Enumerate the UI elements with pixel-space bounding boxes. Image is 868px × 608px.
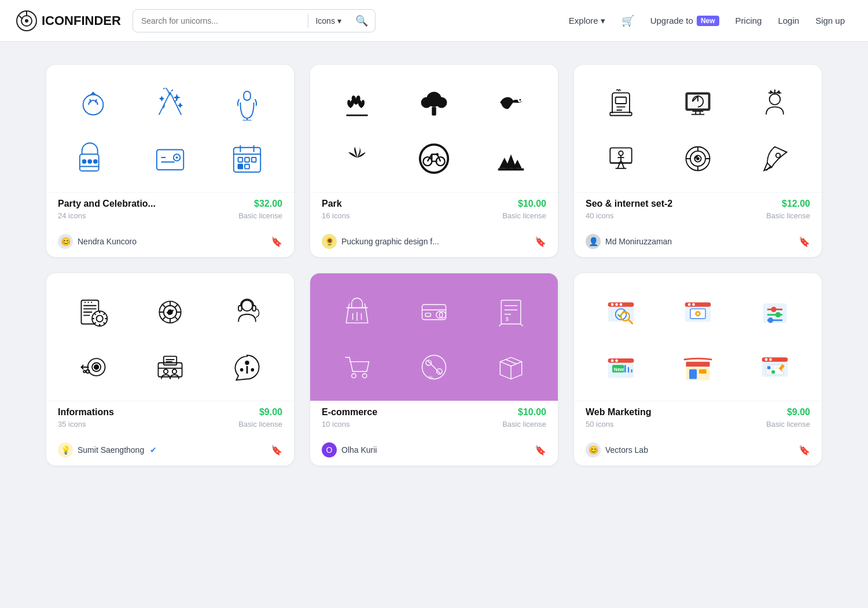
author-avatar: 💡 [58, 442, 73, 457]
svg-point-23 [436, 97, 447, 108]
icon-cell [226, 138, 268, 180]
svg-point-88 [363, 373, 367, 378]
svg-rect-123 [689, 369, 697, 379]
search-type-button[interactable]: Icons ▾ [308, 16, 348, 25]
card-icons-informations [46, 273, 294, 401]
logo[interactable]: ICONFINDER [16, 10, 121, 31]
bookmark-icon[interactable]: 🔖 [799, 236, 810, 247]
bookmark-icon[interactable]: 🔖 [535, 236, 546, 247]
svg-rect-131 [767, 366, 771, 369]
card-park[interactable]: Park $10.00 16 icons Basic license 🌻 Puc… [310, 65, 558, 257]
card-price: $10.00 [518, 199, 546, 209]
pricing-link[interactable]: Pricing [729, 11, 769, 30]
signup-link[interactable]: Sign up [808, 11, 852, 30]
pricing-label: Pricing [735, 16, 762, 25]
card-informations[interactable]: Informations $9.00 35 icons Basic licens… [46, 273, 294, 466]
icon-cell [490, 138, 532, 180]
author-link-ecommerce[interactable]: O Olha Kurii [322, 442, 377, 457]
card-seo[interactable]: Seo & internet set-2 $12.00 40 icons Bas… [574, 65, 822, 257]
card-title: Seo & internet set-2 [586, 199, 672, 209]
bookmark-icon[interactable]: 🔖 [271, 236, 282, 247]
author-link-webmarketing[interactable]: 😊 Vectors Lab [586, 442, 648, 457]
svg-text:New: New [614, 366, 624, 372]
card-title: Informations [58, 407, 114, 417]
bookmark-icon[interactable]: 🔖 [535, 445, 546, 456]
card-footer-party: 😊 Nendra Kuncoro 🔖 [46, 228, 294, 257]
icon-cell [336, 138, 378, 180]
svg-rect-57 [252, 305, 256, 310]
icon-cell [677, 138, 719, 180]
svg-point-118 [616, 359, 619, 362]
svg-rect-133 [776, 366, 779, 369]
svg-point-31 [436, 153, 439, 156]
card-count: 35 icons [58, 420, 86, 428]
search-input[interactable] [133, 16, 308, 25]
login-label: Login [778, 16, 799, 25]
upgrade-label: Upgrade to [650, 16, 693, 25]
chevron-down-icon: ▾ [601, 16, 605, 26]
svg-rect-82 [501, 300, 521, 324]
svg-point-112 [771, 306, 776, 312]
card-footer-park: 🌻 Puckung graphic design f... 🔖 [310, 228, 558, 257]
card-icons-seo [574, 65, 822, 192]
search-submit-button[interactable]: 🔍 [348, 14, 375, 27]
header: ICONFINDER Icons ▾ 🔍 Explore ▾ 🛒 Upgrade… [0, 0, 868, 42]
card-count: 40 icons [586, 211, 613, 220]
login-link[interactable]: Login [771, 11, 806, 30]
icon-sets-grid: Party and Celebratio... $32.00 24 icons … [46, 65, 822, 466]
card-webmarketing[interactable]: New [574, 273, 822, 466]
upgrade-button[interactable]: Upgrade to New [643, 11, 726, 31]
card-info-ecommerce: E-commerce $10.00 10 icons Basic license [310, 401, 558, 437]
icon-cell [149, 83, 191, 124]
cart-button[interactable]: 🛒 [615, 10, 641, 32]
icon-cell [600, 83, 642, 124]
svg-point-71 [240, 368, 242, 371]
card-title: Park [322, 199, 342, 209]
card-count: 50 icons [586, 420, 613, 428]
bookmark-icon[interactable]: 🔖 [271, 445, 282, 456]
author-link-park[interactable]: 🌻 Puckung graphic design f... [322, 234, 439, 249]
svg-rect-34 [616, 97, 627, 103]
card-ecommerce[interactable]: $ [310, 273, 558, 466]
svg-point-2 [25, 19, 28, 23]
author-name: Olha Kurii [341, 445, 377, 455]
card-icons-webmarketing: New [574, 273, 822, 401]
svg-rect-19 [245, 164, 249, 169]
verified-badge: ✔ [150, 445, 157, 455]
author-link-seo[interactable]: 👤 Md Moniruzzaman [586, 234, 672, 249]
svg-point-43 [619, 151, 623, 155]
icon-cell [754, 138, 796, 180]
svg-rect-79 [425, 313, 431, 316]
author-link-informations[interactable]: 💡 Sumit Saengthong ✔ [58, 442, 157, 457]
svg-point-98 [620, 303, 623, 306]
svg-rect-134 [767, 370, 771, 373]
card-party[interactable]: Party and Celebratio... $32.00 24 icons … [46, 65, 294, 257]
icon-cell [149, 138, 191, 180]
card-count: 16 icons [322, 211, 350, 220]
svg-point-97 [616, 303, 619, 306]
svg-point-72 [251, 368, 253, 371]
card-license: Basic license [238, 211, 282, 220]
main-content: Party and Celebratio... $32.00 24 icons … [0, 42, 868, 489]
card-count: 10 icons [322, 420, 350, 428]
svg-text:%: % [429, 374, 433, 380]
icon-cell [226, 291, 268, 333]
svg-point-114 [768, 317, 773, 323]
svg-point-87 [352, 373, 356, 378]
svg-point-90 [426, 360, 431, 365]
card-price: $32.00 [254, 199, 282, 209]
svg-rect-32 [498, 168, 524, 170]
svg-point-12 [94, 159, 97, 163]
bookmark-icon[interactable]: 🔖 [799, 445, 810, 456]
explore-button[interactable]: Explore ▾ [562, 11, 612, 31]
icon-cell [72, 83, 114, 124]
card-license: Basic license [766, 211, 810, 220]
author-name: Md Moniruzzaman [605, 237, 672, 246]
author-link-party[interactable]: 😊 Nendra Kuncoro [58, 234, 137, 249]
author-name: Sumit Saengthong [78, 445, 144, 455]
svg-point-69 [245, 361, 249, 364]
svg-rect-135 [771, 370, 775, 373]
card-price: $10.00 [518, 407, 546, 417]
svg-point-47 [697, 158, 699, 160]
svg-rect-20 [347, 114, 368, 116]
